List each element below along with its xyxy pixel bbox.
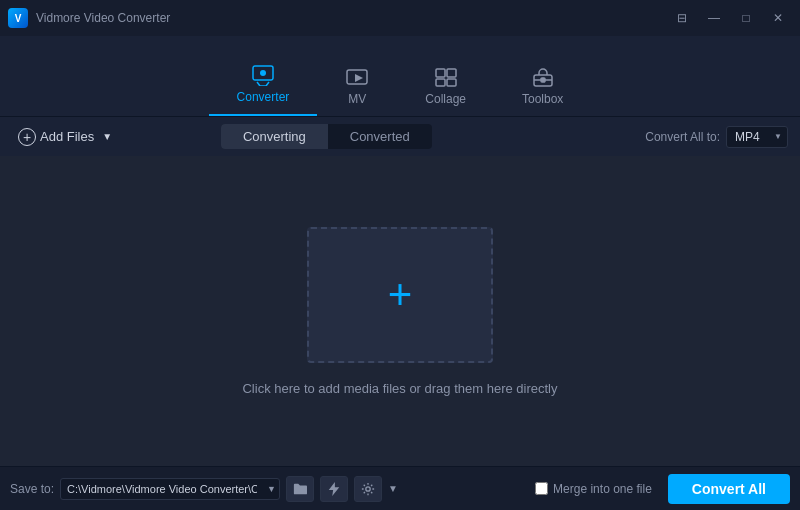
converting-tab-switcher: Converting Converted bbox=[221, 124, 432, 149]
nav-tabs: Converter MV Collage bbox=[0, 36, 800, 116]
merge-label: Merge into one file bbox=[553, 482, 652, 496]
svg-rect-7 bbox=[436, 79, 445, 86]
tab-collage[interactable]: Collage bbox=[397, 57, 494, 116]
tab-mv-label: MV bbox=[348, 92, 366, 106]
maximize-button[interactable]: □ bbox=[732, 8, 760, 28]
main-content: + Click here to add media files or drag … bbox=[0, 156, 800, 466]
svg-rect-8 bbox=[447, 79, 456, 86]
settings-icon-button[interactable] bbox=[354, 476, 382, 502]
svg-marker-4 bbox=[355, 74, 363, 82]
tab-toolbox[interactable]: Toolbox bbox=[494, 57, 591, 116]
app-icon: V bbox=[8, 8, 28, 28]
window-controls: ⊟ — □ ✕ bbox=[668, 8, 792, 28]
tab-collage-label: Collage bbox=[425, 92, 466, 106]
format-select-wrapper: MP4 MKV AVI MOV WMV bbox=[726, 126, 788, 148]
add-files-button[interactable]: + Add Files bbox=[12, 124, 100, 150]
app-title: Vidmore Video Converter bbox=[36, 11, 170, 25]
title-bar: V Vidmore Video Converter ⊟ — □ ✕ bbox=[0, 0, 800, 36]
save-path-input[interactable] bbox=[60, 478, 280, 500]
convert-all-button[interactable]: Convert All bbox=[668, 474, 790, 504]
settings-dropdown-icon[interactable]: ▼ bbox=[388, 483, 398, 494]
tab-mv[interactable]: MV bbox=[317, 57, 397, 116]
converted-tab-button[interactable]: Converted bbox=[328, 124, 432, 149]
toolbar: + Add Files ▼ Converting Converted Conve… bbox=[0, 116, 800, 156]
converter-icon bbox=[251, 63, 275, 86]
convert-all-to-label: Convert All to: bbox=[645, 130, 720, 144]
folder-icon-button[interactable] bbox=[286, 476, 314, 502]
minimize-button[interactable]: — bbox=[700, 8, 728, 28]
tab-converter[interactable]: Converter bbox=[209, 55, 318, 116]
svg-point-1 bbox=[260, 70, 266, 76]
svg-point-12 bbox=[366, 486, 370, 490]
plus-circle-icon: + bbox=[18, 128, 36, 146]
svg-rect-11 bbox=[541, 78, 545, 82]
drop-hint: Click here to add media files or drag th… bbox=[242, 381, 557, 396]
format-select[interactable]: MP4 MKV AVI MOV WMV bbox=[726, 126, 788, 148]
svg-rect-6 bbox=[447, 69, 456, 77]
lightning-icon-button[interactable] bbox=[320, 476, 348, 502]
add-files-dropdown[interactable]: ▼ bbox=[100, 127, 114, 146]
save-path-dropdown-icon[interactable]: ▼ bbox=[267, 484, 276, 494]
tab-converter-label: Converter bbox=[237, 90, 290, 104]
merge-checkbox-group: Merge into one file bbox=[535, 482, 652, 496]
drop-zone[interactable]: + bbox=[307, 227, 493, 363]
merge-checkbox[interactable] bbox=[535, 482, 548, 495]
bottom-bar: Save to: ▼ ▼ Merge into one file Convert… bbox=[0, 466, 800, 510]
svg-rect-5 bbox=[436, 69, 445, 77]
add-files-label: Add Files bbox=[40, 129, 94, 144]
title-bar-left: V Vidmore Video Converter bbox=[8, 8, 170, 28]
save-to-label: Save to: bbox=[10, 482, 54, 496]
subtitle-button[interactable]: ⊟ bbox=[668, 8, 696, 28]
save-path-wrapper: ▼ bbox=[60, 478, 280, 500]
mv-icon bbox=[345, 65, 369, 88]
converting-tab-button[interactable]: Converting bbox=[221, 124, 328, 149]
close-button[interactable]: ✕ bbox=[764, 8, 792, 28]
convert-all-to: Convert All to: MP4 MKV AVI MOV WMV bbox=[645, 126, 788, 148]
drop-plus-icon: + bbox=[388, 274, 413, 316]
toolbox-icon bbox=[531, 65, 555, 88]
tab-toolbox-label: Toolbox bbox=[522, 92, 563, 106]
collage-icon bbox=[434, 65, 458, 88]
